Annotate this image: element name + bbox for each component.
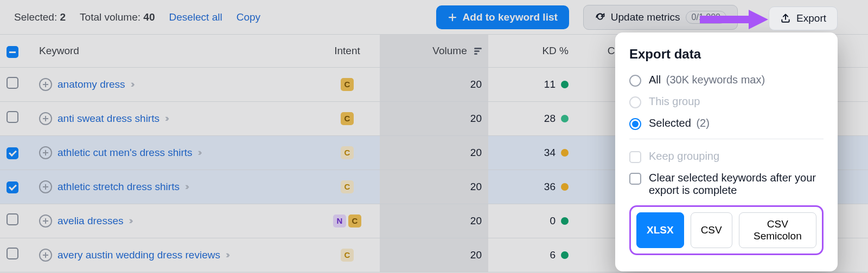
export-icon (780, 13, 791, 24)
expand-icon[interactable] (39, 146, 52, 159)
intent-badge: C (341, 146, 354, 159)
deselect-all-link[interactable]: Deselect all (169, 11, 222, 23)
expand-icon[interactable] (39, 78, 52, 91)
row-checkbox[interactable] (7, 77, 18, 89)
row-checkbox[interactable] (7, 111, 18, 123)
expand-icon[interactable] (39, 214, 52, 227)
radio-icon (629, 96, 641, 108)
export-popover: Export data All (30K keywords max) This … (615, 32, 838, 271)
format-xlsx-button[interactable]: XLSX (636, 212, 684, 248)
intent-badge: C (348, 214, 361, 227)
chevrons-icon: ›› (131, 79, 133, 90)
col-volume[interactable]: Volume (380, 35, 488, 67)
kd-cell: 0 (550, 215, 569, 227)
col-keyword[interactable]: Keyword (33, 35, 315, 67)
update-metrics-button[interactable]: Update metrics 0/1,000 (583, 5, 738, 30)
row-checkbox[interactable] (7, 213, 18, 225)
radio-icon (629, 118, 641, 130)
update-progress-pill: 0/1,000 (686, 11, 726, 24)
row-checkbox[interactable] (7, 147, 18, 159)
format-csv-semicolon-button[interactable]: CSV Semicolon (739, 212, 816, 248)
checkbox-icon (629, 173, 641, 185)
popover-title: Export data (629, 47, 824, 62)
keyword-link[interactable]: athletic stretch dress shirts (58, 181, 180, 193)
intent-badge: C (341, 180, 354, 193)
volume-cell: 20 (380, 170, 488, 204)
row-checkbox[interactable] (7, 248, 18, 259)
chevrons-icon: ›› (198, 147, 200, 158)
export-format-group: XLSX CSV CSV Semicolon (629, 205, 824, 255)
intent-badge: N (333, 214, 346, 227)
chevrons-icon: ›› (226, 249, 228, 261)
intent-badge: C (341, 249, 354, 262)
volume-cell: 20 (380, 135, 488, 170)
copy-link[interactable]: Copy (237, 11, 260, 23)
volume-cell: 20 (380, 238, 488, 272)
export-button[interactable]: Export (769, 6, 838, 30)
add-to-keyword-list-button[interactable]: Add to keyword list (436, 5, 569, 29)
keep-grouping-checkbox: Keep grouping (629, 150, 824, 163)
expand-icon[interactable] (39, 180, 52, 193)
plus-icon (448, 12, 457, 22)
col-kd[interactable]: KD % (488, 35, 575, 67)
expand-icon[interactable] (39, 112, 52, 125)
clear-after-export-checkbox[interactable]: Clear selected keywords after your expor… (629, 172, 824, 197)
keyword-link[interactable]: athletic cut men's dress shirts (58, 147, 193, 159)
toolbar: Selected: 2 Total volume: 40 Deselect al… (0, 0, 868, 35)
chevrons-icon: ›› (165, 113, 167, 124)
format-csv-button[interactable]: CSV (691, 212, 732, 248)
kd-cell: 36 (544, 181, 569, 193)
export-scope-selected[interactable]: Selected (2) (629, 117, 824, 130)
keyword-link[interactable]: anatomy dress (58, 79, 125, 90)
sort-desc-icon (474, 48, 482, 55)
expand-icon[interactable] (39, 249, 52, 262)
kd-cell: 34 (544, 147, 569, 159)
checkbox-icon (629, 151, 641, 163)
chevrons-icon: ›› (129, 215, 131, 226)
keyword-link[interactable]: avery austin wedding dress reviews (58, 249, 220, 261)
refresh-icon (595, 12, 605, 23)
intent-badge: C (341, 112, 354, 125)
keyword-link[interactable]: avelia dresses (58, 215, 123, 227)
chevrons-icon: ›› (185, 181, 187, 192)
volume-cell: 20 (380, 204, 488, 238)
volume-cell: 20 (380, 67, 488, 101)
kd-cell: 11 (544, 79, 569, 90)
intent-badge: C (341, 78, 354, 91)
row-checkbox[interactable] (7, 181, 18, 193)
keyword-link[interactable]: anti sweat dress shirts (58, 113, 159, 125)
kd-cell: 28 (544, 113, 569, 125)
export-scope-group: This group (629, 95, 824, 108)
export-scope-all[interactable]: All (30K keywords max) (629, 74, 824, 87)
kd-cell: 6 (550, 249, 569, 261)
col-intent[interactable]: Intent (315, 35, 380, 67)
select-all-checkbox[interactable] (7, 46, 18, 58)
volume-cell: 20 (380, 101, 488, 135)
radio-icon (629, 75, 641, 87)
